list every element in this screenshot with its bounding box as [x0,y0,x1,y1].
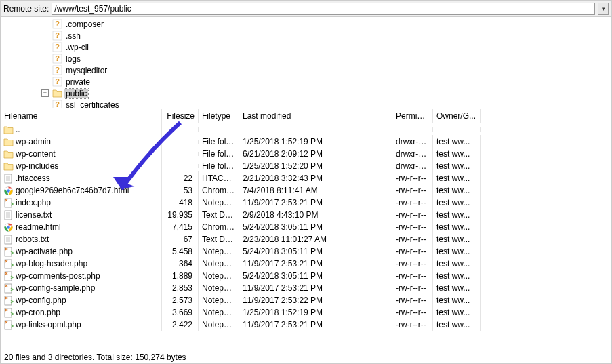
tree-item-label: .composer [64,20,105,29]
col-owner[interactable]: Owner/G... [433,109,481,123]
file-date: 11/9/2017 2:53:22 PM [239,294,392,307]
file-row[interactable]: readme.html7,415Chrome ...5/24/2018 3:05… [1,221,611,233]
tree-item[interactable]: +public [1,87,611,99]
file-owner [433,127,481,132]
file-size: 2,573 [162,294,199,307]
tree-item[interactable]: private [1,76,611,87]
file-row[interactable]: wp-includesFile folder1/25/2018 1:52:20 … [1,160,611,172]
col-lastmodified[interactable]: Last modified [239,109,392,123]
file-date: 1/25/2018 1:52:19 PM [239,135,392,148]
tree-item-label: mysqleditor [64,66,108,75]
php-icon [3,198,14,207]
file-date: 5/24/2018 3:05:11 PM [239,220,392,234]
file-type: Notepad... [199,294,239,307]
file-permissions: -rw-r--r-- [392,318,433,331]
file-name: .. [16,125,20,134]
file-size: 7,415 [162,220,199,234]
tree-item[interactable]: .wp-cli [1,41,611,53]
tree-item[interactable]: ssl_certificates [1,99,611,108]
file-type: Chrome ... [199,184,239,197]
file-permissions: -rw-r--r-- [392,232,433,246]
file-type [199,127,239,132]
file-name: wp-config.php [16,296,66,305]
file-row[interactable]: google9269eb6c7c46b7d7.html53Chrome ...7… [1,184,611,197]
unknown-icon [52,66,62,75]
tree-item[interactable]: .ssh [1,30,611,41]
folder-icon [3,125,14,134]
file-row[interactable]: license.txt19,935Text Doc...2/9/2018 4:4… [1,209,611,221]
col-filename[interactable]: Filename [1,109,162,123]
file-date [239,127,392,132]
file-type: File folder [199,147,239,161]
file-name: google9269eb6c7c46b7d7.html [16,186,129,195]
file-owner: test ww... [433,196,481,209]
file-owner: test ww... [433,135,481,148]
file-type: Notepad... [199,269,239,283]
file-permissions: -rw-r--r-- [392,184,433,197]
col-filetype[interactable]: Filetype [199,109,239,123]
file-owner: test ww... [433,281,481,295]
file-permissions [392,127,433,132]
file-row[interactable]: wp-adminFile folder1/25/2018 1:52:19 PMd… [1,136,611,148]
expand-icon[interactable]: + [41,89,49,97]
php-icon [3,308,14,317]
file-permissions: -rw-r--r-- [392,220,433,234]
tree-item[interactable]: mysqleditor [1,64,611,76]
file-row[interactable]: robots.txt67Text Doc...2/23/2018 11:01:2… [1,233,611,245]
file-list[interactable]: ..wp-adminFile folder1/25/2018 1:52:19 P… [1,123,611,350]
folder-icon [3,149,14,159]
file-permissions: drwxr-xr-x [392,135,433,148]
file-type: Text Doc... [199,232,239,246]
file-row[interactable]: wp-comments-post.php1,889Notepad...5/24/… [1,270,611,282]
file-name: wp-admin [16,137,51,146]
chrome-icon [3,222,14,232]
file-row[interactable]: wp-contentFile folder6/21/2018 2:09:12 P… [1,148,611,160]
unknown-icon [52,77,62,87]
file-size: 3,669 [162,306,199,319]
text-icon [3,210,14,220]
tree-item-label: .wp-cli [64,43,90,52]
file-list-header: Filename Filesize Filetype Last modified… [1,108,611,123]
file-type: Text Doc... [199,208,239,222]
col-filesize[interactable]: Filesize [162,109,199,123]
file-date: 1/25/2018 1:52:20 PM [239,159,392,173]
file-size [162,127,199,132]
file-row[interactable]: wp-blog-header.php364Notepad...11/9/2017… [1,258,611,270]
folder-icon [3,161,14,171]
tree-item[interactable]: .composer [1,18,611,30]
file-row[interactable]: wp-config-sample.php2,853Notepad...11/9/… [1,282,611,294]
file-size: 22 [162,171,199,185]
file-type: File folder [199,135,239,148]
directory-tree[interactable]: .composer.ssh.wp-clilogsmysqleditorpriva… [1,17,611,108]
file-row[interactable]: wp-activate.php5,458Notepad...5/24/2018 … [1,245,611,258]
file-size: 2,853 [162,281,199,295]
file-row[interactable]: wp-config.php2,573Notepad...11/9/2017 2:… [1,294,611,306]
tree-item-label: logs [64,54,82,64]
file-row[interactable]: .htaccess22HTACCE...2/21/2018 3:32:43 PM… [1,172,611,184]
file-row[interactable]: .. [1,123,611,136]
php-icon [3,283,14,293]
path-dropdown-button[interactable]: ▾ [598,3,609,15]
tree-item[interactable]: logs [1,53,611,64]
folder-icon [52,89,62,98]
file-permissions: -rw-r--r-- [392,245,433,258]
tree-item-label: public [64,89,88,98]
file-date: 11/9/2017 2:53:21 PM [239,281,392,295]
col-permissions[interactable]: Permissi... [392,109,433,123]
file-row[interactable]: wp-links-opml.php2,422Notepad...11/9/201… [1,319,611,331]
file-row[interactable]: wp-cron.php3,669Notepad...1/25/2018 1:52… [1,306,611,319]
file-size [162,164,199,168]
file-permissions: -rw-r--r-- [392,257,433,270]
file-owner: test ww... [433,208,481,222]
file-row[interactable]: index.php418Notepad...11/9/2017 2:53:21 … [1,197,611,209]
php-icon [3,296,14,305]
file-type: Notepad... [199,257,239,270]
remote-site-path-input[interactable] [52,3,595,15]
file-permissions: -rw-r--r-- [392,196,433,209]
file-owner: test ww... [433,306,481,319]
file-owner: test ww... [433,257,481,270]
file-date: 11/9/2017 2:53:21 PM [239,318,392,331]
file-type: File folder [199,159,239,173]
file-date: 5/24/2018 3:05:11 PM [239,245,392,258]
folder-icon [3,137,14,146]
